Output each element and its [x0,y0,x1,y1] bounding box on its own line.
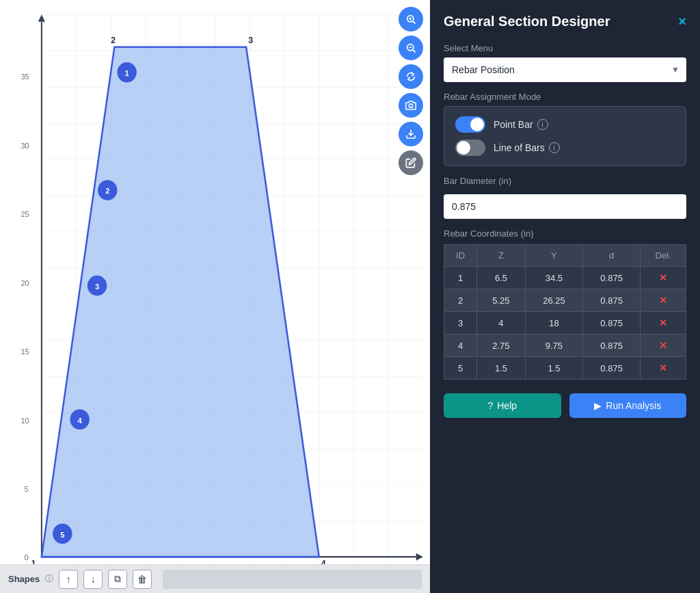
svg-text:5: 5 [25,485,29,493]
cell-del[interactable]: ✕ [641,267,686,289]
bar-diameter-label: Bar Diameter (in) [444,176,686,186]
line-of-bars-label: Line of Bars i [494,142,560,153]
close-button[interactable]: × [678,14,686,29]
cell-id: 2 [444,289,477,312]
bottom-panel: Shapes ⓘ ↑ ↓ ⧉ 🗑 [0,564,430,593]
table-row: 5 1.5 1.5 0.875 ✕ [444,357,686,380]
shapes-copy-button[interactable]: ⧉ [108,570,127,589]
help-icon: ? [487,400,493,411]
col-d: d [583,245,641,267]
svg-text:15: 15 [21,347,29,356]
cell-d: 0.875 [583,289,641,312]
cell-del[interactable]: ✕ [641,357,686,380]
cell-d: 0.875 [583,312,641,334]
svg-line-34 [413,50,416,53]
svg-text:1: 1 [125,69,130,77]
rebar-table-header: ID Z Y d Del. [444,245,686,267]
cell-id: 1 [444,267,477,289]
canvas-toolbar [399,7,423,175]
shapes-label: Shapes [8,574,40,584]
cell-del[interactable]: ✕ [641,334,686,357]
svg-text:5: 5 [60,530,65,538]
table-row: 3 4 18 0.875 ✕ [444,312,686,334]
svg-text:30: 30 [21,142,29,150]
rebar-assignment-label: Rebar Assignment Mode [444,92,686,102]
zoom-out-button[interactable] [399,36,423,60]
select-menu-select[interactable]: Rebar Position [444,57,686,82]
cell-d: 0.875 [583,334,641,357]
run-analysis-button[interactable]: ▶ Run Analysis [569,393,687,418]
svg-point-36 [409,104,412,107]
svg-text:3: 3 [248,36,253,45]
cell-z: 1.5 [477,357,526,380]
cell-id: 4 [444,334,477,357]
svg-text:20: 20 [21,278,29,287]
right-panel: General Section Designer × Select Menu R… [430,0,700,593]
col-z: Z [477,245,526,267]
svg-text:3: 3 [95,282,99,291]
select-menu-dropdown: Rebar Position ▼ [444,57,686,82]
col-id: ID [444,245,477,267]
select-menu-label: Select Menu [444,43,686,53]
cell-id: 3 [444,312,477,334]
delete-row-button[interactable]: ✕ [659,317,667,328]
reset-view-button[interactable] [399,64,423,89]
delete-row-button[interactable]: ✕ [659,295,667,306]
svg-text:2: 2 [111,36,116,45]
point-bar-info-icon[interactable]: i [537,119,548,130]
delete-row-button[interactable]: ✕ [659,340,667,351]
rebar-coordinates-label: Rebar Coordinates (in) [444,228,686,239]
cell-id: 5 [444,357,477,380]
shapes-row-placeholder [163,570,422,589]
svg-text:10: 10 [21,416,29,424]
table-row: 2 5.25 26.25 0.875 ✕ [444,289,686,312]
delete-row-button[interactable]: ✕ [659,363,667,373]
download-button[interactable] [399,122,423,146]
table-row: 1 6.5 34.5 0.875 ✕ [444,267,686,289]
svg-text:2: 2 [105,187,109,195]
footer-buttons: ? Help ▶ Run Analysis [444,393,686,418]
col-del: Del. [641,245,686,267]
cell-d: 0.875 [583,357,641,380]
cell-z: 5.25 [477,289,526,312]
point-bar-toggle[interactable] [455,116,485,133]
cell-d: 0.875 [583,267,641,289]
camera-button[interactable] [399,93,423,118]
delete-row-button[interactable]: ✕ [659,272,667,283]
help-button[interactable]: ? Help [444,393,561,418]
point-bar-row: Point Bar i [455,116,675,133]
col-y: Y [525,245,582,267]
cell-z: 4 [477,312,526,334]
rebar-table-body: 1 6.5 34.5 0.875 ✕ 2 5.25 26.25 0.875 ✕ … [444,267,686,380]
cell-y: 26.25 [525,289,582,312]
cell-y: 9.75 [525,334,582,357]
cell-z: 6.5 [477,267,526,289]
shapes-info-icon: ⓘ [45,573,53,585]
rebar-assignment-mode-box: Point Bar i Line of Bars i [444,106,686,166]
point-bar-label: Point Bar i [494,119,548,130]
cell-del[interactable]: ✕ [641,289,686,312]
line-of-bars-row: Line of Bars i [455,140,675,156]
cell-y: 34.5 [525,267,582,289]
cell-z: 2.75 [477,334,526,357]
cell-y: 1.5 [525,357,582,380]
cell-y: 18 [525,312,582,334]
run-icon: ▶ [594,400,602,411]
bar-diameter-input[interactable] [444,194,686,219]
shape-svg: 0 5 10 15 20 25 0 5 10 15 20 25 30 35 2 … [0,0,430,593]
rebar-table: ID Z Y d Del. 1 6.5 34.5 0.875 ✕ 2 5.25 … [444,244,686,380]
line-of-bars-info-icon[interactable]: i [549,142,560,153]
shapes-up-button[interactable]: ↑ [59,570,78,589]
svg-text:25: 25 [21,210,29,218]
cell-del[interactable]: ✕ [641,312,686,334]
line-of-bars-toggle[interactable] [455,140,485,156]
shapes-delete-button[interactable]: 🗑 [133,570,152,589]
shapes-down-button[interactable]: ↓ [83,570,103,589]
zoom-in-button[interactable] [399,7,423,31]
svg-text:4: 4 [78,416,83,424]
edit-button[interactable] [399,150,423,175]
table-row: 4 2.75 9.75 0.875 ✕ [444,334,686,357]
canvas-area: 0 5 10 15 20 25 0 5 10 15 20 25 30 35 2 … [0,0,430,593]
svg-text:35: 35 [21,73,29,81]
panel-title: General Section Designer [444,14,610,29]
